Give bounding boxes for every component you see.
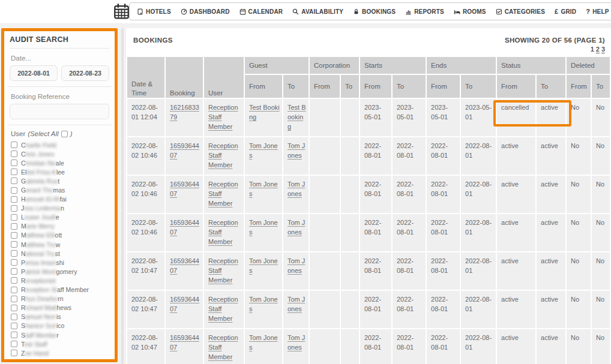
nav-item-bookings[interactable]: BOOKINGS: [353, 8, 396, 15]
guest-to-link[interactable]: Tom Jones: [287, 142, 305, 159]
cell-guest-from: Tom Jones: [245, 137, 282, 175]
user-name: Chris Jones: [21, 151, 54, 158]
guest-from-link[interactable]: Tom Jones: [249, 142, 278, 159]
cell-ends-from: 2022-08-01: [427, 291, 460, 328]
bed-icon: [454, 8, 460, 15]
nav-item-categories[interactable]: CATEGORIES: [496, 8, 545, 15]
guest-to-link[interactable]: Tom Jones: [287, 296, 305, 312]
user-checkbox[interactable]: [11, 142, 17, 148]
cell-guest-from: Tom Jones: [245, 252, 282, 290]
user-checkbox[interactable]: [11, 250, 17, 257]
user-link[interactable]: Reception Staff Member: [208, 296, 238, 322]
user-filter-item: Chris Jones: [11, 149, 109, 158]
group-header-starts: Starts: [360, 57, 426, 74]
user-checkbox[interactable]: [11, 160, 17, 166]
user-checkbox[interactable]: [11, 296, 17, 302]
user-checkbox[interactable]: [11, 341, 17, 347]
user-checkbox[interactable]: [11, 187, 17, 194]
user-link[interactable]: Reception Staff Member: [208, 142, 238, 169]
user-checkbox[interactable]: [11, 232, 17, 239]
sub-header-starts-to: To: [393, 75, 426, 98]
user-checkbox[interactable]: [11, 323, 17, 329]
guest-from-link[interactable]: Tom Jones: [249, 257, 278, 274]
user-select-all-row: User (Select All ): [11, 130, 109, 137]
user-checkbox[interactable]: [11, 214, 17, 221]
booking-link[interactable]: 1659364407: [170, 334, 199, 351]
cell-deleted-to: No: [592, 329, 610, 364]
user-filter-item: Reception Staff Member: [11, 285, 109, 294]
guest-from-link[interactable]: Tom Jones: [249, 334, 278, 351]
date-from-input[interactable]: [10, 65, 58, 81]
cell-status-from: active: [497, 214, 535, 251]
user-label: User: [11, 130, 25, 137]
nav-item-hotels[interactable]: HOTELS: [137, 8, 171, 15]
nav-item-label: BOOKINGS: [362, 8, 396, 15]
page-link-1[interactable]: 1: [591, 46, 594, 53]
user-checkbox[interactable]: [11, 259, 17, 266]
nav-item-rooms[interactable]: ROOMS: [454, 8, 486, 15]
cell-user: Reception Staff Member: [204, 137, 244, 175]
nav-item-calendar[interactable]: CALENDAR: [239, 8, 283, 15]
user-link[interactable]: Reception Staff Member: [208, 181, 238, 207]
cell-date-time: 2022-08-02 10:46: [127, 176, 164, 213]
group-header-deleted: Deleted: [567, 57, 610, 74]
user-link[interactable]: Reception Staff Member: [208, 104, 238, 130]
select-all-checkbox[interactable]: [61, 131, 68, 137]
user-name: Hamzah El-Rifai: [21, 195, 67, 203]
cell-corp-from: [310, 291, 340, 328]
user-checkbox[interactable]: [11, 268, 17, 275]
booking-link[interactable]: 1659364407: [170, 257, 199, 274]
nav-item-grid[interactable]: £GRID: [555, 8, 576, 15]
user-link[interactable]: Reception Staff Member: [208, 219, 238, 245]
booking-link[interactable]: 1659364407: [170, 219, 199, 236]
cell-ends-to: 2022-08-01: [461, 176, 496, 213]
page-link-2[interactable]: 2: [596, 46, 600, 53]
page-link-3[interactable]: 3: [601, 46, 605, 53]
audit-search-panel: AUDIT SEARCH Date... Booking Reference U…: [1, 28, 118, 362]
guest-to-link[interactable]: Tom Jones: [287, 257, 305, 274]
guest-from-link[interactable]: Test Booking: [249, 104, 280, 121]
user-checkbox[interactable]: [11, 287, 17, 293]
guest-to-link[interactable]: Tom Jones: [287, 219, 305, 236]
lock-icon: [353, 8, 360, 15]
guest-from-link[interactable]: Tom Jones: [249, 296, 278, 312]
user-checkbox[interactable]: [11, 241, 17, 248]
cell-date-time: 2022-08-01 12:04: [127, 99, 164, 136]
user-checkbox[interactable]: [11, 205, 17, 212]
cell-ends-from: 2022-08-01: [427, 214, 460, 251]
user-checkbox[interactable]: [11, 169, 17, 175]
user-checkbox[interactable]: [11, 305, 17, 311]
nav-item-availability[interactable]: AVAILABILITY: [292, 8, 343, 15]
user-checkbox[interactable]: [11, 277, 17, 284]
user-link[interactable]: Reception Staff Member: [208, 334, 238, 360]
booking-link[interactable]: 1659364407: [170, 142, 199, 159]
booking-reference-input[interactable]: [10, 104, 109, 119]
user-checkbox[interactable]: [11, 178, 17, 184]
user-filter-item: Gerard Thomas: [11, 185, 109, 194]
guest-from-link[interactable]: Tom Jones: [249, 219, 278, 236]
guest-to-link[interactable]: Tom Jones: [287, 181, 305, 197]
nav-item-dashboard[interactable]: DASHBOARD: [181, 8, 230, 15]
user-checkbox[interactable]: [11, 223, 17, 230]
user-link[interactable]: Reception Staff Member: [208, 257, 238, 284]
user-checkbox[interactable]: [11, 332, 17, 338]
booking-link[interactable]: 1659364407: [170, 296, 199, 312]
guest-from-link[interactable]: Tom Jones: [249, 181, 278, 197]
user-checkbox[interactable]: [11, 151, 17, 157]
booking-link[interactable]: 1659364407: [170, 181, 199, 197]
cell-date-time: 2022-08-02 10:46: [127, 137, 164, 175]
user-name: Christian Neale: [21, 160, 64, 167]
user-checkbox[interactable]: [11, 196, 17, 203]
date-to-input[interactable]: [61, 65, 109, 81]
booking-link[interactable]: 1621683379: [170, 104, 199, 121]
scrollbar[interactable]: [121, 28, 124, 364]
nav-item-help[interactable]: ?HELP: [586, 8, 609, 15]
guest-to-link[interactable]: Tom Jones: [287, 334, 305, 351]
cell-ends-to: 2022-08-01: [461, 291, 496, 328]
cell-corp-from: [310, 176, 340, 213]
user-checkbox[interactable]: [11, 350, 17, 356]
user-checkbox[interactable]: [11, 314, 17, 320]
guest-to-link[interactable]: Test Booking: [287, 104, 306, 130]
nav-item-reports[interactable]: REPORTS: [405, 8, 444, 15]
checkbox-icon: [496, 8, 502, 15]
